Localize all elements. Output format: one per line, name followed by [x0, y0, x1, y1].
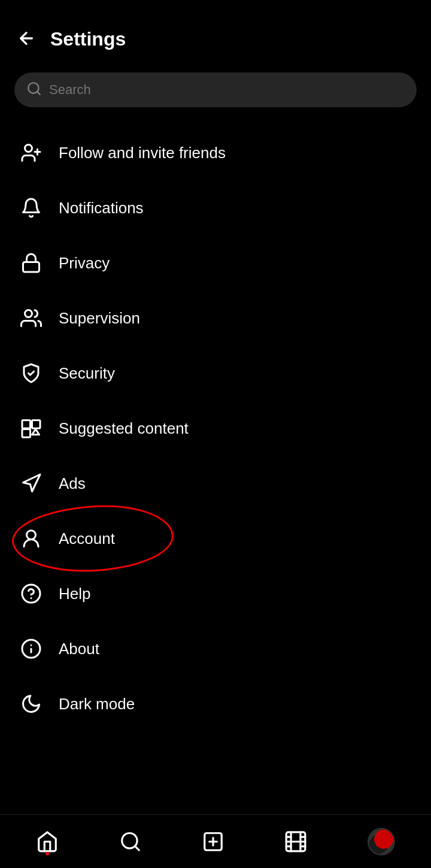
- header: Settings: [0, 0, 431, 66]
- follow-icon: [18, 140, 44, 166]
- nav-profile-button[interactable]: [356, 823, 407, 860]
- menu-item-supervision[interactable]: Supervision: [6, 291, 425, 346]
- search-input[interactable]: [49, 82, 405, 98]
- account-icon: [18, 525, 44, 552]
- bell-icon: [18, 195, 44, 221]
- menu-item-privacy[interactable]: Privacy: [6, 235, 425, 291]
- help-icon: [18, 580, 44, 607]
- search-icon: [26, 81, 42, 99]
- info-icon: [18, 636, 44, 662]
- follow-label: Follow and invite friends: [59, 144, 226, 162]
- menu-item-about[interactable]: About: [6, 621, 425, 676]
- notifications-label: Notifications: [59, 199, 144, 217]
- bottom-nav: [0, 814, 431, 868]
- supervision-icon: [18, 305, 44, 331]
- avatar: [368, 828, 395, 855]
- svg-point-5: [25, 310, 32, 317]
- back-button[interactable]: [12, 24, 41, 55]
- security-label: Security: [59, 364, 115, 383]
- search-container: [0, 66, 431, 125]
- menu-item-account[interactable]: Account: [6, 511, 425, 566]
- menu-item-darkmode[interactable]: Dark mode: [6, 676, 425, 731]
- nav-home-button[interactable]: [24, 825, 71, 858]
- svg-rect-6: [22, 421, 31, 429]
- menu-item-security[interactable]: Security: [6, 346, 425, 401]
- menu-item-notifications[interactable]: Notifications: [6, 180, 425, 235]
- menu-item-help[interactable]: Help: [6, 566, 425, 621]
- menu-item-ads[interactable]: Ads: [6, 456, 425, 511]
- megaphone-icon: [18, 470, 44, 497]
- suggested-label: Suggested content: [59, 419, 189, 438]
- svg-marker-9: [32, 430, 40, 435]
- privacy-label: Privacy: [59, 254, 110, 273]
- shield-icon: [18, 360, 44, 386]
- lock-icon: [18, 250, 44, 276]
- settings-menu: Follow and invite friends Notifications …: [0, 125, 431, 731]
- moon-icon: [18, 691, 44, 717]
- nav-create-button[interactable]: [190, 825, 236, 858]
- supervision-label: Supervision: [59, 309, 140, 328]
- nav-reels-button[interactable]: [272, 825, 319, 858]
- svg-point-1: [25, 145, 32, 152]
- suggested-icon: [18, 415, 44, 441]
- svg-line-17: [135, 846, 139, 850]
- home-dot: [45, 852, 49, 855]
- search-bar[interactable]: [14, 72, 417, 107]
- help-label: Help: [59, 585, 90, 603]
- svg-rect-8: [22, 430, 31, 438]
- page-title: Settings: [50, 28, 126, 50]
- svg-rect-4: [23, 262, 40, 273]
- darkmode-label: Dark mode: [59, 695, 135, 713]
- menu-item-follow[interactable]: Follow and invite friends: [6, 125, 425, 180]
- nav-search-button[interactable]: [107, 825, 154, 858]
- svg-point-10: [27, 531, 36, 540]
- about-label: About: [59, 640, 99, 658]
- svg-rect-7: [32, 421, 41, 429]
- account-label: Account: [59, 530, 115, 548]
- menu-item-suggested[interactable]: Suggested content: [6, 401, 425, 456]
- ads-label: Ads: [59, 474, 86, 493]
